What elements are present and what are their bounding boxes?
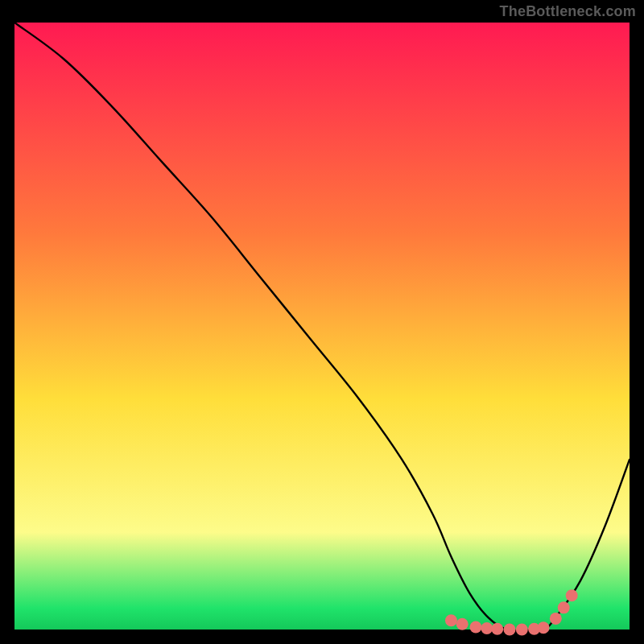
gradient-plot-area xyxy=(14,23,630,630)
chart-stage: TheBottleneck.com xyxy=(0,0,644,644)
highlight-dot xyxy=(566,589,578,601)
highlight-dot xyxy=(558,601,570,613)
highlight-dot xyxy=(538,621,550,634)
highlight-dot xyxy=(456,618,469,630)
highlight-dot xyxy=(470,621,482,633)
bottleneck-chart xyxy=(0,0,644,644)
watermark-text: TheBottleneck.com xyxy=(500,3,636,20)
highlight-dot xyxy=(516,624,528,636)
highlight-dot xyxy=(550,613,562,625)
highlight-dot xyxy=(481,622,493,634)
highlight-dot xyxy=(445,614,457,626)
highlight-dot xyxy=(504,624,516,636)
highlight-dot xyxy=(491,623,503,635)
